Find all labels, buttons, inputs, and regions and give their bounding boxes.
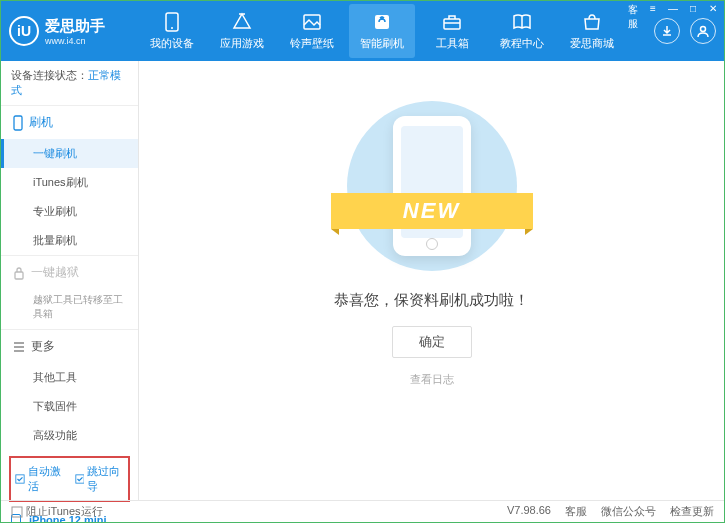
top-nav: 我的设备 应用游戏 铃声壁纸 智能刷机 工具箱 教程中心 爱思商城 <box>139 4 654 58</box>
settings-icon[interactable]: ≡ <box>646 3 660 31</box>
footer-link-wechat[interactable]: 微信公众号 <box>601 504 656 519</box>
store-icon <box>582 12 602 32</box>
section-title: 一键越狱 <box>31 264 79 281</box>
toolbox-icon <box>442 12 462 32</box>
options-highlight-box: 自动激活 跳过向导 <box>9 456 130 502</box>
jailbreak-note: 越狱工具已转移至工具箱 <box>1 289 138 329</box>
sidebar-item-advanced[interactable]: 高级功能 <box>1 421 138 450</box>
svg-rect-7 <box>15 272 23 279</box>
nav-my-device[interactable]: 我的设备 <box>139 4 205 58</box>
nav-label: 铃声壁纸 <box>290 36 334 51</box>
nav-label: 工具箱 <box>436 36 469 51</box>
footer: 阻止iTunes运行 V7.98.66 客服 微信公众号 检查更新 <box>1 500 724 522</box>
nav-label: 教程中心 <box>500 36 544 51</box>
nav-apps[interactable]: 应用游戏 <box>209 4 275 58</box>
nav-store[interactable]: 爱思商城 <box>559 4 625 58</box>
book-icon <box>512 12 532 32</box>
sidebar-item-oneclick-flash[interactable]: 一键刷机 <box>1 139 138 168</box>
svg-point-1 <box>171 27 173 29</box>
apps-icon <box>232 12 252 32</box>
sidebar-item-pro-flash[interactable]: 专业刷机 <box>1 197 138 226</box>
success-message: 恭喜您，保资料刷机成功啦！ <box>334 291 529 310</box>
menu-icon <box>13 341 25 353</box>
svg-rect-10 <box>12 507 22 517</box>
maximize-icon[interactable]: □ <box>686 3 700 31</box>
logo-icon: iU <box>9 16 39 46</box>
svg-rect-6 <box>14 116 22 130</box>
nav-tutorials[interactable]: 教程中心 <box>489 4 555 58</box>
logo-area: iU 爱思助手 www.i4.cn <box>9 16 139 46</box>
checkbox-checked-icon <box>15 473 25 485</box>
nav-label: 爱思商城 <box>570 36 614 51</box>
version-label: V7.98.66 <box>507 504 551 519</box>
footer-link-update[interactable]: 检查更新 <box>670 504 714 519</box>
checkbox-skip-guide[interactable]: 跳过向导 <box>75 464 125 494</box>
flash-icon <box>372 12 392 32</box>
checkbox-block-itunes[interactable]: 阻止iTunes运行 <box>11 504 103 519</box>
checkbox-unchecked-icon <box>11 506 23 518</box>
phone-icon <box>162 12 182 32</box>
titlebar: iU 爱思助手 www.i4.cn 我的设备 应用游戏 铃声壁纸 智能刷机 工具… <box>1 1 724 61</box>
sidebar-item-download-fw[interactable]: 下载固件 <box>1 392 138 421</box>
wallpaper-icon <box>302 12 322 32</box>
nav-flash[interactable]: 智能刷机 <box>349 4 415 58</box>
sidebar-section-more[interactable]: 更多 <box>1 330 138 363</box>
svg-rect-4 <box>444 19 460 29</box>
connection-status: 设备连接状态：正常模式 <box>1 61 138 105</box>
ok-button[interactable]: 确定 <box>392 326 472 358</box>
success-illustration: NEW <box>347 101 517 271</box>
sidebar-item-other-tools[interactable]: 其他工具 <box>1 363 138 392</box>
lock-icon <box>13 266 25 280</box>
nav-label: 我的设备 <box>150 36 194 51</box>
checkbox-checked-icon <box>75 473 85 485</box>
section-title: 更多 <box>31 338 55 355</box>
window-controls: 客 服 ≡ — □ ✕ <box>626 3 720 31</box>
phone-graphic <box>393 116 471 256</box>
phone-icon <box>13 115 23 131</box>
new-banner: NEW <box>331 193 533 229</box>
footer-link-support[interactable]: 客服 <box>565 504 587 519</box>
nav-label: 智能刷机 <box>360 36 404 51</box>
sidebar-section-jailbreak[interactable]: 一键越狱 <box>1 256 138 289</box>
support-link[interactable]: 客 服 <box>626 3 640 31</box>
close-icon[interactable]: ✕ <box>706 3 720 31</box>
checkbox-auto-activate[interactable]: 自动激活 <box>15 464 65 494</box>
section-title: 刷机 <box>29 114 53 131</box>
sidebar-item-itunes-flash[interactable]: iTunes刷机 <box>1 168 138 197</box>
sidebar: 设备连接状态：正常模式 刷机 一键刷机 iTunes刷机 专业刷机 批量刷机 一… <box>1 61 139 501</box>
sidebar-section-flash[interactable]: 刷机 <box>1 106 138 139</box>
app-title: 爱思助手 <box>45 17 105 36</box>
minimize-icon[interactable]: — <box>666 3 680 31</box>
view-log-link[interactable]: 查看日志 <box>410 372 454 387</box>
app-url: www.i4.cn <box>45 36 105 46</box>
nav-ringtones[interactable]: 铃声壁纸 <box>279 4 345 58</box>
nav-toolbox[interactable]: 工具箱 <box>419 4 485 58</box>
sidebar-item-batch-flash[interactable]: 批量刷机 <box>1 226 138 255</box>
nav-label: 应用游戏 <box>220 36 264 51</box>
main-content: NEW 恭喜您，保资料刷机成功啦！ 确定 查看日志 <box>139 61 724 501</box>
